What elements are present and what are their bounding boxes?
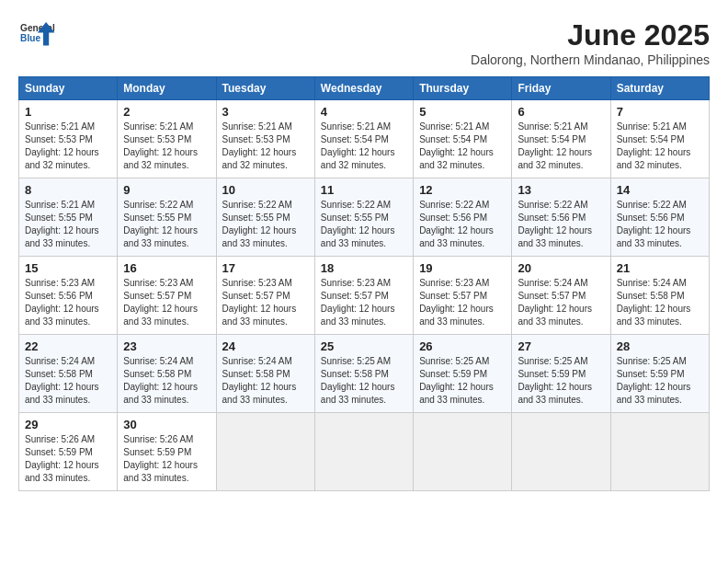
day-info: Sunrise: 5:21 AM Sunset: 5:54 PM Dayligh… [321, 121, 407, 172]
day-info: Sunrise: 5:21 AM Sunset: 5:53 PM Dayligh… [123, 121, 210, 172]
day-info: Sunrise: 5:26 AM Sunset: 5:59 PM Dayligh… [25, 433, 111, 485]
page-header: General Blue June 2025 Dalorong, Norther… [18, 18, 710, 67]
day-info: Sunrise: 5:21 AM Sunset: 5:54 PM Dayligh… [419, 121, 506, 172]
col-thursday: Thursday [414, 77, 512, 100]
day-number: 28 [617, 339, 703, 353]
day-info: Sunrise: 5:22 AM Sunset: 5:56 PM Dayligh… [419, 199, 506, 250]
day-number: 29 [25, 418, 111, 431]
day-number: 3 [222, 105, 309, 119]
calendar-subtitle: Dalorong, Northern Mindanao, Philippines [471, 52, 710, 67]
day-info: Sunrise: 5:21 AM Sunset: 5:54 PM Dayligh… [518, 121, 604, 172]
day-info: Sunrise: 5:22 AM Sunset: 5:56 PM Dayligh… [518, 199, 604, 250]
day-info: Sunrise: 5:22 AM Sunset: 5:55 PM Dayligh… [321, 199, 407, 250]
calendar-week-row: 22 Sunrise: 5:24 AM Sunset: 5:58 PM Dayl… [19, 335, 710, 413]
col-sunday: Sunday [19, 77, 118, 100]
day-info: Sunrise: 5:24 AM Sunset: 5:57 PM Dayligh… [518, 277, 604, 328]
col-saturday: Saturday [610, 77, 709, 100]
table-row: 21 Sunrise: 5:24 AM Sunset: 5:58 PM Dayl… [610, 257, 709, 335]
day-number: 27 [518, 339, 604, 353]
day-info: Sunrise: 5:24 AM Sunset: 5:58 PM Dayligh… [25, 355, 111, 407]
day-info: Sunrise: 5:22 AM Sunset: 5:56 PM Dayligh… [617, 199, 703, 250]
col-monday: Monday [118, 77, 216, 100]
day-number: 26 [419, 339, 506, 353]
logo: General Blue [18, 18, 55, 51]
table-row: 30 Sunrise: 5:26 AM Sunset: 5:59 PM Dayl… [118, 413, 216, 491]
table-row: 24 Sunrise: 5:24 AM Sunset: 5:58 PM Dayl… [216, 335, 314, 413]
col-tuesday: Tuesday [216, 77, 314, 100]
day-info: Sunrise: 5:23 AM Sunset: 5:56 PM Dayligh… [25, 277, 111, 328]
table-row [414, 413, 512, 491]
day-number: 19 [419, 261, 506, 275]
day-number: 17 [222, 261, 309, 275]
table-row: 13 Sunrise: 5:22 AM Sunset: 5:56 PM Dayl… [512, 178, 610, 257]
day-number: 4 [321, 105, 407, 119]
col-wednesday: Wednesday [314, 77, 413, 100]
day-number: 24 [222, 339, 309, 353]
day-info: Sunrise: 5:24 AM Sunset: 5:58 PM Dayligh… [123, 355, 210, 407]
table-row: 4 Sunrise: 5:21 AM Sunset: 5:54 PM Dayli… [314, 100, 413, 178]
day-number: 9 [123, 183, 210, 197]
table-row [512, 413, 610, 491]
table-row: 10 Sunrise: 5:22 AM Sunset: 5:55 PM Dayl… [216, 178, 314, 257]
table-row: 28 Sunrise: 5:25 AM Sunset: 5:59 PM Dayl… [610, 335, 709, 413]
table-row: 9 Sunrise: 5:22 AM Sunset: 5:55 PM Dayli… [118, 178, 216, 257]
day-info: Sunrise: 5:23 AM Sunset: 5:57 PM Dayligh… [222, 277, 309, 328]
table-row: 18 Sunrise: 5:23 AM Sunset: 5:57 PM Dayl… [314, 257, 413, 335]
day-number: 21 [617, 261, 703, 275]
calendar-week-row: 8 Sunrise: 5:21 AM Sunset: 5:55 PM Dayli… [19, 178, 710, 257]
day-info: Sunrise: 5:25 AM Sunset: 5:59 PM Dayligh… [518, 355, 604, 407]
calendar-header-row: Sunday Monday Tuesday Wednesday Thursday… [19, 77, 710, 100]
day-number: 13 [518, 183, 604, 197]
day-number: 8 [25, 183, 111, 197]
table-row: 1 Sunrise: 5:21 AM Sunset: 5:53 PM Dayli… [19, 100, 118, 178]
table-row [216, 413, 314, 491]
table-row: 12 Sunrise: 5:22 AM Sunset: 5:56 PM Dayl… [414, 178, 512, 257]
day-info: Sunrise: 5:25 AM Sunset: 5:59 PM Dayligh… [419, 355, 506, 407]
table-row [610, 413, 709, 491]
calendar-week-row: 15 Sunrise: 5:23 AM Sunset: 5:56 PM Dayl… [19, 257, 710, 335]
table-row: 3 Sunrise: 5:21 AM Sunset: 5:53 PM Dayli… [216, 100, 314, 178]
table-row: 14 Sunrise: 5:22 AM Sunset: 5:56 PM Dayl… [610, 178, 709, 257]
day-number: 1 [25, 105, 111, 119]
day-info: Sunrise: 5:22 AM Sunset: 5:55 PM Dayligh… [222, 199, 309, 250]
table-row: 15 Sunrise: 5:23 AM Sunset: 5:56 PM Dayl… [19, 257, 118, 335]
day-info: Sunrise: 5:24 AM Sunset: 5:58 PM Dayligh… [222, 355, 309, 407]
table-row: 16 Sunrise: 5:23 AM Sunset: 5:57 PM Dayl… [118, 257, 216, 335]
calendar-week-row: 1 Sunrise: 5:21 AM Sunset: 5:53 PM Dayli… [19, 100, 710, 178]
day-number: 23 [123, 339, 210, 353]
table-row: 8 Sunrise: 5:21 AM Sunset: 5:55 PM Dayli… [19, 178, 118, 257]
day-info: Sunrise: 5:26 AM Sunset: 5:59 PM Dayligh… [123, 433, 210, 485]
day-number: 18 [321, 261, 407, 275]
day-number: 20 [518, 261, 604, 275]
day-info: Sunrise: 5:25 AM Sunset: 5:59 PM Dayligh… [617, 355, 703, 407]
day-number: 30 [123, 418, 210, 431]
day-info: Sunrise: 5:21 AM Sunset: 5:54 PM Dayligh… [617, 121, 703, 172]
logo-icon: General Blue [18, 18, 55, 51]
day-number: 5 [419, 105, 506, 119]
col-friday: Friday [512, 77, 610, 100]
table-row: 23 Sunrise: 5:24 AM Sunset: 5:58 PM Dayl… [118, 335, 216, 413]
day-info: Sunrise: 5:21 AM Sunset: 5:55 PM Dayligh… [25, 199, 111, 250]
table-row: 17 Sunrise: 5:23 AM Sunset: 5:57 PM Dayl… [216, 257, 314, 335]
day-number: 22 [25, 339, 111, 353]
day-number: 25 [321, 339, 407, 353]
day-number: 7 [617, 105, 703, 119]
day-number: 6 [518, 105, 604, 119]
day-info: Sunrise: 5:24 AM Sunset: 5:58 PM Dayligh… [617, 277, 703, 328]
table-row: 6 Sunrise: 5:21 AM Sunset: 5:54 PM Dayli… [512, 100, 610, 178]
day-number: 14 [617, 183, 703, 197]
calendar-title: June 2025 [471, 18, 710, 52]
table-row: 22 Sunrise: 5:24 AM Sunset: 5:58 PM Dayl… [19, 335, 118, 413]
table-row: 7 Sunrise: 5:21 AM Sunset: 5:54 PM Dayli… [610, 100, 709, 178]
table-row: 19 Sunrise: 5:23 AM Sunset: 5:57 PM Dayl… [414, 257, 512, 335]
title-section: June 2025 Dalorong, Northern Mindanao, P… [471, 18, 710, 67]
svg-text:Blue: Blue [20, 33, 40, 43]
calendar-week-row: 29 Sunrise: 5:26 AM Sunset: 5:59 PM Dayl… [19, 413, 710, 491]
table-row: 27 Sunrise: 5:25 AM Sunset: 5:59 PM Dayl… [512, 335, 610, 413]
table-row: 26 Sunrise: 5:25 AM Sunset: 5:59 PM Dayl… [414, 335, 512, 413]
day-number: 15 [25, 261, 111, 275]
table-row: 11 Sunrise: 5:22 AM Sunset: 5:55 PM Dayl… [314, 178, 413, 257]
table-row [314, 413, 413, 491]
day-number: 16 [123, 261, 210, 275]
day-number: 10 [222, 183, 309, 197]
